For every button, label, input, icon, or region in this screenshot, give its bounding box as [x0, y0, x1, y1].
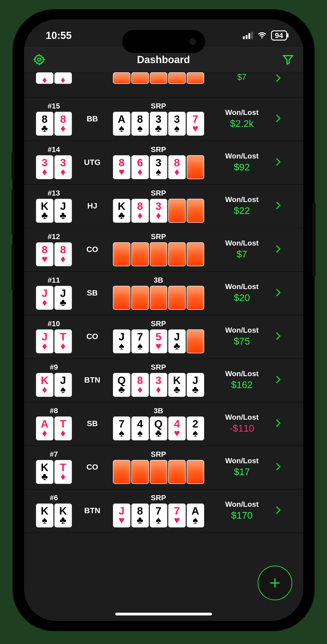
disclosure-chevron[interactable] [275, 417, 288, 430]
card-8-club: 8♣ [131, 504, 149, 528]
card-rank: 8 [137, 115, 143, 124]
card-6-diamond: 6♦ [131, 155, 149, 179]
card-Q-club: Q♣ [113, 373, 130, 397]
card-rank: A [118, 115, 125, 124]
chevron-right-icon [275, 374, 282, 385]
card-suit: ♦ [174, 167, 179, 176]
settings-button[interactable] [32, 53, 46, 66]
card-suit: ♥ [174, 516, 180, 525]
hand-row[interactable]: #13K♣J♣HJSRPK♣8♦3♦Won/Lost$22 [24, 185, 303, 228]
board-col: SRPA♠8♠3♣3♠7♥ [108, 102, 209, 136]
wonlost-label: Won/Lost [225, 152, 258, 160]
card-suit: ♣ [60, 516, 66, 525]
card-rank: J [119, 506, 125, 516]
amount-value: $17 [234, 466, 250, 478]
add-hand-button[interactable] [258, 566, 292, 600]
card-rank: 4 [174, 420, 180, 428]
hand-row[interactable]: #143♦3♦UTGSRP8♥6♦3♠8♦Won/Lost$92 [24, 141, 303, 185]
hand-row[interactable]: #9K♦J♠BTNSRPQ♣8♦3♦K♣J♣Won/Lost$162 [24, 359, 303, 402]
wonlost-label: Won/Lost [225, 500, 258, 508]
card-J-club: J♣ [54, 286, 72, 310]
page-title: Dashboard [137, 54, 190, 66]
gear-icon [33, 54, 45, 66]
card-K-club: K♣ [36, 199, 54, 223]
hand-row[interactable]: #7K♣T♦COSRPWon/Lost$17 [24, 446, 303, 490]
hand-row[interactable]: #6K♠K♣BTNSRPJ♥8♣7♠7♥A♠Won/Lost$170 [24, 490, 303, 533]
pot-type: SRP [151, 494, 166, 502]
card-3-diamond: 3♦ [54, 155, 72, 179]
disclosure-chevron[interactable] [275, 243, 288, 256]
card-back [168, 286, 186, 310]
card-3-diamond: 3♦ [150, 373, 167, 397]
card-suit: ♦ [156, 211, 161, 220]
card-T-diamond: T♦ [54, 460, 72, 484]
chevron-right-icon [275, 243, 282, 255]
card-K-club: K♣ [168, 373, 186, 397]
card-rank: 8 [42, 115, 48, 124]
hand-row-partial[interactable]: ♦♦$7 [24, 72, 303, 98]
card-rank: K [41, 202, 48, 211]
hand-list[interactable]: ♦♦$7#158♣8♦BBSRPA♠8♠3♣3♠7♥Won/Lost$2.2k#… [24, 72, 303, 621]
home-indicator[interactable] [115, 613, 212, 616]
card-rank: 8 [60, 115, 66, 124]
chevron-right-icon [275, 330, 282, 342]
card-8-diamond: 8♦ [54, 112, 72, 136]
hand-row[interactable]: #8A♦T♦SB3B7♠4♠Q♣4♥2♠Won/Lost-$110 [24, 402, 303, 446]
disclosure-chevron[interactable] [275, 461, 288, 473]
card-rank: A [41, 420, 48, 428]
disclosure-chevron[interactable] [275, 330, 288, 343]
card-rank: J [42, 289, 48, 298]
filter-button[interactable] [281, 53, 295, 66]
card-8-heart: 8♥ [113, 155, 130, 179]
position-label: CO [80, 245, 105, 254]
hole-col: #13K♣J♣ [31, 189, 77, 223]
disclosure-chevron[interactable] [275, 504, 288, 517]
result-col: Won/Lost$20 [212, 282, 272, 303]
disclosure-chevron[interactable] [275, 287, 288, 299]
hand-row[interactable]: #11J♦J♣SB3BWon/Lost$20 [24, 272, 303, 315]
card-3-diamond: 3♦ [150, 199, 167, 223]
card-back [113, 286, 130, 310]
board-col: 3B7♠4♠Q♣4♥2♠ [108, 406, 209, 440]
card-4-heart: 4♥ [168, 416, 186, 440]
pot-type: SRP [151, 320, 166, 328]
card-rank: K [59, 506, 67, 516]
volume-down-button [12, 244, 15, 290]
amount-value: $92 [234, 162, 250, 173]
card-suit: ♦ [60, 124, 66, 133]
card-back [187, 72, 204, 84]
card-rank: 2 [192, 420, 198, 428]
hand-number: #6 [50, 494, 58, 502]
hand-row[interactable]: #128♥8♦COSRPWon/Lost$7 [24, 228, 303, 272]
dynamic-island [122, 30, 205, 53]
amount-value: -$110 [229, 423, 254, 434]
chevron-right-icon [275, 461, 282, 472]
card-suit: ♦ [60, 167, 66, 176]
board-col [108, 72, 209, 84]
card-J-club: J♣ [54, 199, 72, 223]
card-suit: ♠ [119, 341, 124, 350]
board-cards: A♠8♠3♣3♠7♥ [113, 112, 204, 136]
disclosure-chevron[interactable] [275, 156, 288, 168]
hand-row[interactable]: #10J♦T♦COSRPJ♠7♠5♥J♣Won/Lost$75 [24, 315, 303, 359]
card-back [113, 72, 130, 84]
board-col: SRP [108, 232, 209, 266]
card-suit: ♦ [137, 167, 142, 176]
card-T-diamond: T♦ [54, 329, 72, 353]
hole-cards: K♣J♣ [36, 199, 72, 223]
disclosure-chevron[interactable] [275, 374, 288, 386]
wonlost-label: Won/Lost [225, 456, 258, 465]
card-suit: ♣ [155, 428, 162, 438]
card-3-spade: 3♠ [168, 112, 186, 136]
card-Q-club: Q♣ [150, 416, 167, 440]
wonlost-label: Won/Lost [225, 326, 258, 334]
hand-row[interactable]: #158♣8♦BBSRPA♠8♠3♣3♠7♥Won/Lost$2.2k [24, 98, 303, 141]
card-suit: ♥ [192, 124, 198, 133]
disclosure-chevron[interactable] [275, 72, 288, 85]
board-cards: J♥8♣7♠7♥A♠ [113, 504, 204, 528]
disclosure-chevron[interactable] [275, 200, 288, 212]
board-cards: K♣8♦3♦ [113, 199, 204, 223]
card-back [187, 242, 204, 266]
card-A-spade: A♠ [113, 112, 130, 136]
disclosure-chevron[interactable] [275, 113, 288, 125]
